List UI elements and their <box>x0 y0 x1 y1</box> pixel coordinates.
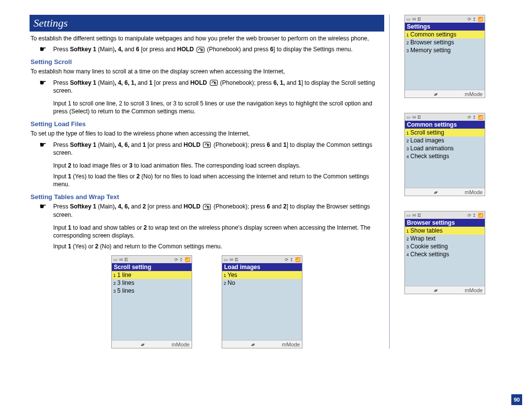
tables-cont1: Input 1 to load and show tables or 2 to … <box>53 224 384 240</box>
phone-menu-list: 11 line23 lines35 lines <box>112 271 192 340</box>
phone-load-images: ▭ ✉ 🗓⟳ ↥ 📶Load images1Yes2No▴▾mMode <box>222 255 302 348</box>
phone-status-bar: ▭ ✉ 🗓⟳ ↥ 📶 <box>405 211 485 219</box>
phone-menu-item: 2Wrap text <box>405 235 485 242</box>
phone-menu-list: 1Show tables2Wrap text3Cookie setting4Ch… <box>405 227 485 286</box>
phone-menu-item: 4Check settings <box>405 250 485 258</box>
phone-menu-item: 1Common settings <box>405 31 485 38</box>
step-settings-menu: ☛ Press Softkey 1 (Main), 4, and 6 [or p… <box>39 45 384 53</box>
phonebook-icon <box>203 142 211 148</box>
softkey-label: mMode <box>465 91 483 97</box>
phone-menu-item: 1Show tables <box>405 227 485 235</box>
step-text: Press Softkey 1 (Main), 4, 6, 1, and 1 [… <box>53 79 384 95</box>
phone-title: Scroll setting <box>112 263 192 271</box>
phone-menu-item: 1Yes <box>222 271 302 279</box>
step-tables: ☛ Press Softkey 1 (Main), 4, 6, and 2 [o… <box>39 203 384 218</box>
phonebook-icon <box>197 47 204 53</box>
phone-menu-item: 23 lines <box>112 279 192 287</box>
phone-browser-settings: ▭ ✉ 🗓⟳ ↥ 📶Browser settings1Show tables2W… <box>404 211 485 294</box>
section-header: Settings <box>30 15 384 32</box>
phone-status-bar: ▭ ✉ 🗓⟳ ↥ 📶 <box>405 15 485 23</box>
main-column: Settings To establish the different sett… <box>30 15 389 348</box>
pointer-icon: ☛ <box>39 79 53 95</box>
phone-menu-list: 1Common settings2Browser settings3Memory… <box>405 31 485 90</box>
phone-scroll-setting: ▭ ✉ 🗓⟳ ↥ 📶Scroll setting11 line23 lines3… <box>111 255 192 348</box>
subheading-scroll: Setting Scroll <box>31 58 384 66</box>
phone-status-bar: ▭ ✉ 🗓⟳ ↥ 📶 <box>405 113 485 121</box>
load-cont2: Input 1 (Yes) to load the files or 2 (No… <box>53 172 384 188</box>
intro-text: To establish the different settings to m… <box>31 34 384 42</box>
phone-menu-item: 11 line <box>112 271 192 279</box>
phonebook-icon <box>210 80 218 86</box>
phone-softkey-bar: ▴▾mMode <box>112 340 192 348</box>
phone-softkey-bar: ▴▾mMode <box>405 286 485 294</box>
load-intro: To set up the type of files to load to t… <box>31 130 384 137</box>
phone-menu-item: 1Scroll setting <box>405 129 485 137</box>
phone-menu-item: 2Load images <box>405 137 485 144</box>
phone-softkey-bar: ▴▾mMode <box>405 188 485 196</box>
softkey-label: mMode <box>171 342 190 347</box>
phone-status-bar: ▭ ✉ 🗓⟳ ↥ 📶 <box>112 256 192 263</box>
step-load: ☛ Press Softkey 1 (Main), 4, 6, and 1 [o… <box>39 141 384 157</box>
phone-menu-list: 1Scroll setting2Load images3Load animati… <box>405 129 485 188</box>
phone-menu-item: 3Cookie setting <box>405 242 485 250</box>
softkey-label: mMode <box>282 342 300 347</box>
softkey-label: mMode <box>465 287 483 293</box>
phone-softkey-bar: ▴▾mMode <box>222 340 302 348</box>
subheading-load: Setting Load Files <box>31 120 384 128</box>
pointer-icon: ☛ <box>39 141 53 157</box>
phone-menu-item: 3Memory setting <box>405 46 485 54</box>
tables-cont2: Input 1 (Yes) or 2 (No) and return to th… <box>53 242 384 250</box>
inline-phone-screens: ▭ ✉ 🗓⟳ ↥ 📶Scroll setting11 line23 lines3… <box>30 255 384 348</box>
phone-menu-list: 1Yes2No <box>222 271 302 340</box>
softkey-label: mMode <box>465 189 483 195</box>
phone-title: Settings <box>405 23 485 31</box>
scroll-cont: Input 1 to scroll one line, 2 to scroll … <box>53 100 384 115</box>
phone-settings: ▭ ✉ 🗓⟳ ↥ 📶Settings1Common settings2Brows… <box>404 15 485 98</box>
page-number: 90 <box>511 394 522 405</box>
sidebar-phone-screens: ▭ ✉ 🗓⟳ ↥ 📶Settings1Common settings2Brows… <box>389 15 485 348</box>
subheading-tables: Setting Tables and Wrap Text <box>31 193 384 201</box>
phone-menu-item: 3Load animations <box>405 144 485 152</box>
phone-menu-item: 4Check settings <box>405 152 485 160</box>
phone-menu-item: 2No <box>222 279 302 287</box>
step-text: Press Softkey 1 (Main), 4, 6, and 1 [or … <box>53 141 384 157</box>
phone-title: Browser settings <box>405 219 485 227</box>
phone-softkey-bar: ▴▾mMode <box>405 90 485 98</box>
load-cont1: Input 2 to load image files or 3 to load… <box>53 162 384 170</box>
step-text: Press Softkey 1 (Main), 4, and 6 [or pre… <box>53 45 384 53</box>
phone-menu-item: 2Browser settings <box>405 38 485 46</box>
step-text: Press Softkey 1 (Main), 4, 6, and 2 [or … <box>53 203 384 218</box>
phone-title: Common settings <box>405 121 485 129</box>
phone-status-bar: ▭ ✉ 🗓⟳ ↥ 📶 <box>222 256 302 263</box>
step-scroll: ☛ Press Softkey 1 (Main), 4, 6, 1, and 1… <box>39 79 384 95</box>
phone-menu-item: 35 lines <box>112 287 192 295</box>
phonebook-icon <box>203 204 211 210</box>
pointer-icon: ☛ <box>39 45 53 53</box>
phone-common-settings: ▭ ✉ 🗓⟳ ↥ 📶Common settings1Scroll setting… <box>404 113 485 196</box>
phone-title: Load images <box>222 263 302 271</box>
pointer-icon: ☛ <box>39 203 53 218</box>
scroll-intro: To establish how many lines to scroll at… <box>31 68 384 75</box>
